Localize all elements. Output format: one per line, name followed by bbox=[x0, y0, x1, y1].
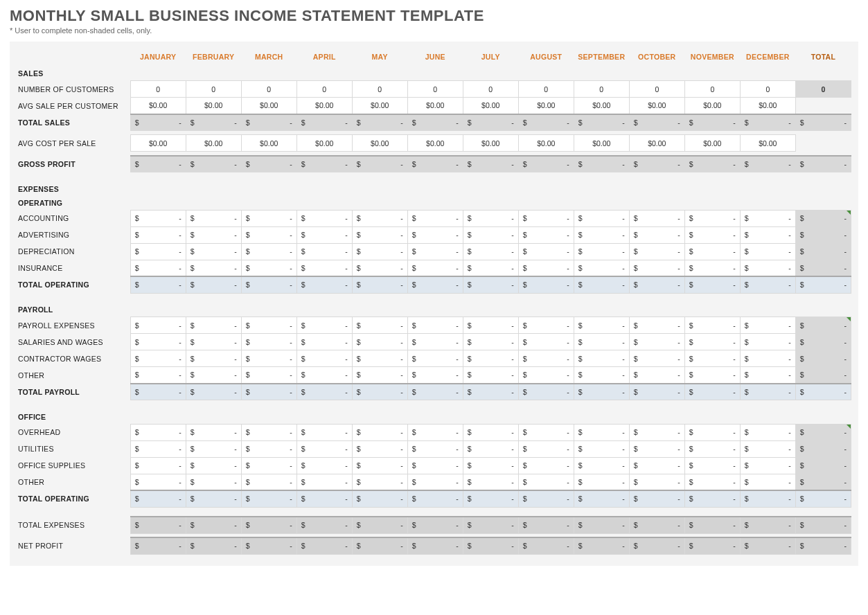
cell-exp-1-1-4[interactable]: $- bbox=[352, 334, 407, 350]
cell-exp-0-2-0[interactable]: $- bbox=[130, 243, 186, 260]
cell-exp-0-2-3[interactable]: $- bbox=[296, 243, 352, 260]
cell-exp-0-1-11[interactable]: $- bbox=[740, 226, 795, 243]
cell-exp-1-2-5[interactable]: $- bbox=[407, 350, 463, 367]
cell-exp-0-2-6[interactable]: $- bbox=[463, 243, 518, 260]
cell-exp-0-0-2[interactable]: $- bbox=[241, 210, 296, 226]
cell-exp-2-3-6[interactable]: $- bbox=[463, 474, 518, 490]
cell-exp-1-3-2[interactable]: $- bbox=[241, 367, 296, 384]
cell-exp-1-3-5[interactable]: $- bbox=[407, 367, 463, 384]
cell-exp-0-1-0[interactable]: $- bbox=[130, 226, 186, 243]
cell-exp-0-2-1[interactable]: $- bbox=[186, 243, 241, 260]
cell-avg-sale-5[interactable]: $0.00 bbox=[407, 98, 463, 114]
cell-exp-2-3-0[interactable]: $- bbox=[130, 474, 186, 490]
cell-exp-2-0-10[interactable]: $- bbox=[684, 424, 740, 440]
cell-exp-0-3-4[interactable]: $- bbox=[352, 260, 407, 276]
cell-exp-2-0-9[interactable]: $- bbox=[629, 424, 684, 440]
cell-exp-2-2-3[interactable]: $- bbox=[296, 457, 352, 474]
cell-exp-0-0-8[interactable]: $- bbox=[574, 210, 629, 226]
cell-avg-sale-11[interactable]: $0.00 bbox=[740, 98, 795, 114]
cell-exp-2-0-7[interactable]: $- bbox=[518, 424, 574, 440]
cell-exp-1-3-8[interactable]: $- bbox=[574, 367, 629, 384]
cell-exp-2-3-5[interactable]: $- bbox=[407, 474, 463, 490]
cell-exp-2-1-10[interactable]: $- bbox=[684, 440, 740, 457]
cell-exp-1-1-11[interactable]: $- bbox=[740, 334, 795, 350]
cell-avg-sale-7[interactable]: $0.00 bbox=[518, 98, 574, 114]
cell-avg-cost-7[interactable]: $0.00 bbox=[518, 135, 574, 152]
cell-exp-1-3-9[interactable]: $- bbox=[629, 367, 684, 384]
cell-customers-2[interactable]: 0 bbox=[241, 81, 296, 98]
cell-exp-2-2-8[interactable]: $- bbox=[574, 457, 629, 474]
cell-exp-0-1-5[interactable]: $- bbox=[407, 226, 463, 243]
cell-exp-0-1-4[interactable]: $- bbox=[352, 226, 407, 243]
cell-avg-sale-0[interactable]: $0.00 bbox=[130, 98, 186, 114]
cell-exp-1-2-10[interactable]: $- bbox=[684, 350, 740, 367]
cell-exp-2-2-1[interactable]: $- bbox=[186, 457, 241, 474]
cell-exp-2-1-5[interactable]: $- bbox=[407, 440, 463, 457]
cell-exp-0-2-10[interactable]: $- bbox=[684, 243, 740, 260]
cell-exp-0-2-7[interactable]: $- bbox=[518, 243, 574, 260]
cell-exp-1-2-1[interactable]: $- bbox=[186, 350, 241, 367]
cell-exp-0-3-3[interactable]: $- bbox=[296, 260, 352, 276]
cell-exp-2-0-8[interactable]: $- bbox=[574, 424, 629, 440]
cell-exp-2-1-4[interactable]: $- bbox=[352, 440, 407, 457]
cell-exp-0-0-4[interactable]: $- bbox=[352, 210, 407, 226]
cell-exp-1-3-6[interactable]: $- bbox=[463, 367, 518, 384]
cell-exp-1-1-6[interactable]: $- bbox=[463, 334, 518, 350]
cell-exp-1-3-0[interactable]: $- bbox=[130, 367, 186, 384]
cell-customers-4[interactable]: 0 bbox=[352, 81, 407, 98]
cell-exp-1-2-2[interactable]: $- bbox=[241, 350, 296, 367]
cell-exp-0-1-2[interactable]: $- bbox=[241, 226, 296, 243]
cell-avg-cost-8[interactable]: $0.00 bbox=[574, 135, 629, 152]
cell-exp-2-1-3[interactable]: $- bbox=[296, 440, 352, 457]
cell-exp-1-0-1[interactable]: $- bbox=[186, 317, 241, 334]
cell-exp-2-0-2[interactable]: $- bbox=[241, 424, 296, 440]
cell-exp-0-2-5[interactable]: $- bbox=[407, 243, 463, 260]
cell-avg-cost-2[interactable]: $0.00 bbox=[241, 135, 296, 152]
cell-avg-sale-6[interactable]: $0.00 bbox=[463, 98, 518, 114]
cell-exp-0-1-6[interactable]: $- bbox=[463, 226, 518, 243]
cell-exp-2-3-3[interactable]: $- bbox=[296, 474, 352, 490]
cell-avg-sale-4[interactable]: $0.00 bbox=[352, 98, 407, 114]
cell-customers-7[interactable]: 0 bbox=[518, 81, 574, 98]
cell-exp-0-3-7[interactable]: $- bbox=[518, 260, 574, 276]
cell-exp-1-1-1[interactable]: $- bbox=[186, 334, 241, 350]
cell-exp-0-0-3[interactable]: $- bbox=[296, 210, 352, 226]
cell-exp-2-1-7[interactable]: $- bbox=[518, 440, 574, 457]
cell-exp-1-0-0[interactable]: $- bbox=[130, 317, 186, 334]
cell-exp-1-1-2[interactable]: $- bbox=[241, 334, 296, 350]
cell-exp-0-2-11[interactable]: $- bbox=[740, 243, 795, 260]
cell-exp-1-3-1[interactable]: $- bbox=[186, 367, 241, 384]
cell-exp-2-0-6[interactable]: $- bbox=[463, 424, 518, 440]
cell-exp-1-2-8[interactable]: $- bbox=[574, 350, 629, 367]
cell-exp-2-2-9[interactable]: $- bbox=[629, 457, 684, 474]
cell-exp-1-3-4[interactable]: $- bbox=[352, 367, 407, 384]
cell-exp-1-2-11[interactable]: $- bbox=[740, 350, 795, 367]
cell-exp-1-2-4[interactable]: $- bbox=[352, 350, 407, 367]
cell-exp-2-1-0[interactable]: $- bbox=[130, 440, 186, 457]
cell-avg-sale-9[interactable]: $0.00 bbox=[629, 98, 684, 114]
cell-exp-1-0-11[interactable]: $- bbox=[740, 317, 795, 334]
cell-exp-2-1-1[interactable]: $- bbox=[186, 440, 241, 457]
cell-customers-11[interactable]: 0 bbox=[740, 81, 795, 98]
cell-exp-1-0-9[interactable]: $- bbox=[629, 317, 684, 334]
cell-exp-0-3-5[interactable]: $- bbox=[407, 260, 463, 276]
cell-exp-0-2-8[interactable]: $- bbox=[574, 243, 629, 260]
cell-exp-1-0-4[interactable]: $- bbox=[352, 317, 407, 334]
cell-exp-2-2-5[interactable]: $- bbox=[407, 457, 463, 474]
cell-exp-0-3-10[interactable]: $- bbox=[684, 260, 740, 276]
cell-avg-cost-0[interactable]: $0.00 bbox=[130, 135, 186, 152]
cell-exp-1-2-3[interactable]: $- bbox=[296, 350, 352, 367]
cell-exp-0-2-4[interactable]: $- bbox=[352, 243, 407, 260]
cell-exp-1-3-11[interactable]: $- bbox=[740, 367, 795, 384]
cell-exp-2-0-5[interactable]: $- bbox=[407, 424, 463, 440]
cell-exp-0-3-0[interactable]: $- bbox=[130, 260, 186, 276]
cell-exp-0-1-7[interactable]: $- bbox=[518, 226, 574, 243]
cell-exp-1-0-6[interactable]: $- bbox=[463, 317, 518, 334]
cell-exp-1-1-9[interactable]: $- bbox=[629, 334, 684, 350]
cell-exp-0-3-6[interactable]: $- bbox=[463, 260, 518, 276]
cell-exp-1-2-0[interactable]: $- bbox=[130, 350, 186, 367]
cell-exp-1-1-7[interactable]: $- bbox=[518, 334, 574, 350]
cell-customers-8[interactable]: 0 bbox=[574, 81, 629, 98]
cell-customers-3[interactable]: 0 bbox=[296, 81, 352, 98]
cell-exp-2-3-4[interactable]: $- bbox=[352, 474, 407, 490]
